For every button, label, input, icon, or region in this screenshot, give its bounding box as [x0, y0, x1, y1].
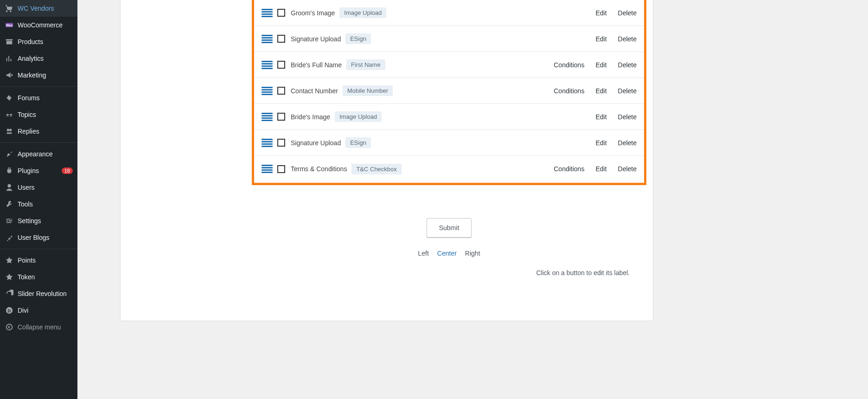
sidebar-item-marketing[interactable]: Marketing — [0, 67, 77, 84]
edit-action[interactable]: Edit — [595, 165, 606, 173]
drag-handle-icon[interactable] — [262, 165, 273, 173]
sidebar-item-settings[interactable]: Settings — [0, 212, 77, 229]
sidebar-item-label: User Blogs — [18, 234, 73, 241]
sidebar-item-tools[interactable]: Tools — [0, 196, 77, 212]
svg-text:Woo: Woo — [6, 24, 13, 27]
sidebar-item-label: Token — [18, 273, 73, 281]
content-panel: Groom's ImageImage UploadEditDeleteSigna… — [120, 0, 653, 321]
conditions-action[interactable]: Conditions — [554, 87, 584, 95]
sidebar-item-appearance[interactable]: Appearance — [0, 146, 77, 162]
delete-action[interactable]: Delete — [618, 35, 637, 43]
collapse-icon — [5, 322, 14, 332]
drag-handle-icon[interactable] — [262, 113, 273, 121]
form-field-row: Groom's ImageImage UploadEditDelete — [254, 0, 644, 26]
submit-area: Submit Left Center Right — [252, 218, 646, 257]
form-field-row: Contact NumberMobile NumberConditionsEdi… — [254, 78, 644, 104]
field-type-badge: ESign — [345, 33, 371, 44]
star-icon — [5, 256, 14, 265]
drag-handle-icon[interactable] — [262, 87, 273, 95]
edit-action[interactable]: Edit — [595, 35, 606, 43]
row-checkbox[interactable] — [277, 35, 285, 43]
align-right[interactable]: Right — [465, 250, 480, 257]
field-type-badge: Image Upload — [339, 7, 386, 18]
conditions-action[interactable]: Conditions — [554, 61, 584, 69]
sidebar-item-plugins[interactable]: Plugins18 — [0, 162, 77, 179]
sidebar-item-label: Points — [18, 257, 73, 264]
delete-action[interactable]: Delete — [618, 113, 637, 121]
sidebar-item-collapse-menu[interactable]: Collapse menu — [0, 319, 77, 335]
alignment-options: Left Center Right — [252, 250, 646, 257]
sidebar-item-analytics[interactable]: Analytics — [0, 50, 77, 67]
edit-action[interactable]: Edit — [595, 139, 606, 147]
star-icon — [5, 272, 14, 282]
woo-icon: Woo — [5, 20, 14, 30]
sidebar-item-label: Slider Revolution — [18, 290, 73, 297]
row-checkbox[interactable] — [277, 113, 285, 121]
row-checkbox[interactable] — [277, 61, 285, 69]
sidebar-item-label: Forums — [18, 94, 73, 102]
field-label: Bride's Image — [291, 113, 330, 121]
field-type-badge: Mobile Number — [343, 85, 393, 96]
sidebar-item-users[interactable]: Users — [0, 179, 77, 196]
edit-action[interactable]: Edit — [595, 61, 606, 69]
delete-action[interactable]: Delete — [618, 61, 637, 69]
form-field-row: Signature UploadESignEditDelete — [254, 130, 644, 156]
edit-action[interactable]: Edit — [595, 113, 606, 121]
conditions-action[interactable]: Conditions — [554, 165, 584, 173]
sidebar-item-topics[interactable]: Topics — [0, 106, 77, 123]
sidebar-item-woocommerce[interactable]: WooWooCommerce — [0, 17, 77, 33]
edit-action[interactable]: Edit — [595, 87, 606, 95]
sidebar-item-label: Divi — [18, 307, 73, 314]
sidebar-item-forums[interactable]: Forums — [0, 90, 77, 106]
main-content: Groom's ImageImage UploadEditDeleteSigna… — [77, 0, 868, 399]
sidebar-item-label: Appearance — [18, 150, 73, 158]
sidebar-separator — [0, 249, 77, 249]
drag-handle-icon[interactable] — [262, 139, 273, 147]
sidebar-item-label: Plugins — [18, 167, 60, 174]
delete-action[interactable]: Delete — [618, 165, 637, 173]
refresh-icon — [5, 289, 14, 298]
edit-action[interactable]: Edit — [595, 9, 606, 17]
sidebar-item-label: Tools — [18, 200, 73, 208]
sidebar-item-label: Settings — [18, 217, 73, 225]
sidebar-item-label: Users — [18, 184, 73, 191]
align-left[interactable]: Left — [418, 250, 428, 257]
field-type-badge: ESign — [345, 137, 371, 148]
svg-text:D: D — [8, 309, 11, 313]
sidebar-item-label: Products — [18, 38, 73, 45]
drag-handle-icon[interactable] — [262, 35, 273, 43]
megaphone-icon — [5, 71, 14, 80]
sidebar-item-wc-vendors[interactable]: WC Vendors — [0, 0, 77, 17]
sidebar-item-products[interactable]: Products — [0, 33, 77, 50]
row-checkbox[interactable] — [277, 165, 285, 173]
sidebar-separator — [0, 86, 77, 87]
drag-handle-icon[interactable] — [262, 61, 273, 69]
admin-sidebar: WC VendorsWooWooCommerceProductsAnalytic… — [0, 0, 77, 399]
tool-icon — [5, 200, 14, 209]
row-checkbox[interactable] — [277, 139, 285, 147]
row-checkbox[interactable] — [277, 87, 285, 95]
sidebar-item-label: Topics — [18, 111, 73, 118]
submit-button[interactable]: Submit — [427, 218, 472, 238]
row-checkbox[interactable] — [277, 9, 285, 17]
delete-action[interactable]: Delete — [618, 139, 637, 147]
sidebar-item-token[interactable]: Token — [0, 269, 77, 285]
forum-icon — [5, 93, 14, 103]
sidebar-item-label: Analytics — [18, 55, 73, 62]
align-center[interactable]: Center — [437, 250, 457, 257]
user-icon — [5, 183, 14, 192]
sidebar-item-user-blogs[interactable]: User Blogs — [0, 229, 77, 246]
reply-icon — [5, 127, 14, 136]
sidebar-item-points[interactable]: Points — [0, 252, 77, 269]
sidebar-item-replies[interactable]: Replies — [0, 123, 77, 140]
delete-action[interactable]: Delete — [618, 9, 637, 17]
plugin-icon — [5, 166, 14, 175]
delete-action[interactable]: Delete — [618, 87, 637, 95]
sidebar-item-slider-revolution[interactable]: Slider Revolution — [0, 285, 77, 302]
pin-icon — [5, 233, 14, 242]
form-field-row: Bride's ImageImage UploadEditDelete — [254, 104, 644, 130]
sidebar-item-divi[interactable]: DDivi — [0, 302, 77, 319]
sidebar-item-label: WC Vendors — [18, 5, 73, 12]
drag-handle-icon[interactable] — [262, 9, 273, 17]
chart-icon — [5, 54, 14, 63]
